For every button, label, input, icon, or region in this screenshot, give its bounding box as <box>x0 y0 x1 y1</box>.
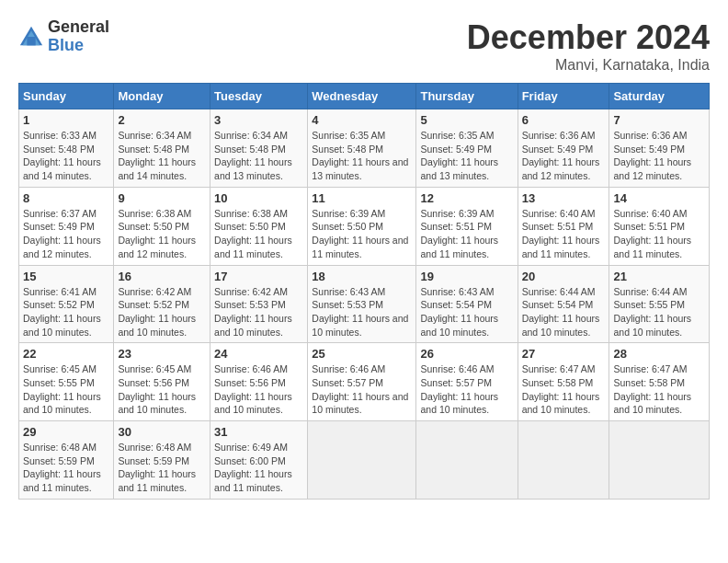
day-info: Sunrise: 6:48 AM Sunset: 5:59 PM Dayligh… <box>23 441 109 495</box>
calendar-cell: 26 Sunrise: 6:46 AM Sunset: 5:57 PM Dayl… <box>416 343 518 421</box>
col-wednesday: Wednesday <box>308 84 416 109</box>
col-thursday: Thursday <box>416 84 518 109</box>
day-info: Sunrise: 6:36 AM Sunset: 5:49 PM Dayligh… <box>522 129 606 183</box>
col-tuesday: Tuesday <box>210 84 308 109</box>
day-number: 4 <box>312 113 412 127</box>
title-block: December 2024 Manvi, Karnataka, India <box>467 18 710 74</box>
calendar-cell: 22 Sunrise: 6:45 AM Sunset: 5:55 PM Dayl… <box>19 343 114 421</box>
day-info: Sunrise: 6:47 AM Sunset: 5:58 PM Dayligh… <box>613 362 705 417</box>
day-number: 22 <box>23 347 109 361</box>
day-info: Sunrise: 6:46 AM Sunset: 5:57 PM Dayligh… <box>312 362 412 417</box>
month-title: December 2024 <box>467 18 710 57</box>
day-info: Sunrise: 6:37 AM Sunset: 5:49 PM Dayligh… <box>23 207 109 261</box>
calendar-cell: 3 Sunrise: 6:34 AM Sunset: 5:48 PM Dayli… <box>210 109 308 188</box>
page-header: General Blue December 2024 Manvi, Karnat… <box>18 18 710 74</box>
day-number: 6 <box>522 113 606 127</box>
calendar-week-row: 22 Sunrise: 6:45 AM Sunset: 5:55 PM Dayl… <box>19 343 710 421</box>
calendar-cell: 20 Sunrise: 6:44 AM Sunset: 5:54 PM Dayl… <box>518 265 609 343</box>
calendar-cell: 13 Sunrise: 6:40 AM Sunset: 5:51 PM Dayl… <box>518 187 609 265</box>
day-number: 2 <box>118 113 206 127</box>
day-info: Sunrise: 6:47 AM Sunset: 5:58 PM Dayligh… <box>522 362 606 417</box>
day-info: Sunrise: 6:43 AM Sunset: 5:53 PM Dayligh… <box>312 285 412 339</box>
day-info: Sunrise: 6:46 AM Sunset: 5:57 PM Dayligh… <box>420 362 513 417</box>
day-number: 11 <box>312 191 412 205</box>
calendar-cell: 2 Sunrise: 6:34 AM Sunset: 5:48 PM Dayli… <box>114 109 210 188</box>
day-number: 26 <box>420 347 513 361</box>
calendar-cell: 23 Sunrise: 6:45 AM Sunset: 5:56 PM Dayl… <box>114 343 210 421</box>
calendar-cell: 17 Sunrise: 6:42 AM Sunset: 5:53 PM Dayl… <box>210 265 308 343</box>
calendar-cell: 21 Sunrise: 6:44 AM Sunset: 5:55 PM Dayl… <box>609 265 710 343</box>
day-number: 21 <box>613 270 705 283</box>
day-info: Sunrise: 6:40 AM Sunset: 5:51 PM Dayligh… <box>613 207 705 261</box>
day-number: 5 <box>420 113 513 127</box>
calendar-cell: 28 Sunrise: 6:47 AM Sunset: 5:58 PM Dayl… <box>609 343 710 421</box>
day-number: 14 <box>613 191 705 205</box>
col-saturday: Saturday <box>609 84 710 109</box>
calendar-cell <box>609 421 710 500</box>
day-info: Sunrise: 6:43 AM Sunset: 5:54 PM Dayligh… <box>420 285 513 339</box>
calendar-cell: 5 Sunrise: 6:35 AM Sunset: 5:49 PM Dayli… <box>416 109 518 188</box>
day-number: 17 <box>214 270 303 283</box>
day-info: Sunrise: 6:33 AM Sunset: 5:48 PM Dayligh… <box>23 129 109 183</box>
day-number: 10 <box>214 191 303 205</box>
col-sunday: Sunday <box>19 84 114 109</box>
day-number: 30 <box>118 425 206 439</box>
day-number: 8 <box>23 191 109 205</box>
day-info: Sunrise: 6:42 AM Sunset: 5:52 PM Dayligh… <box>118 285 206 339</box>
day-info: Sunrise: 6:46 AM Sunset: 5:56 PM Dayligh… <box>214 362 303 417</box>
calendar-week-row: 29 Sunrise: 6:48 AM Sunset: 5:59 PM Dayl… <box>19 421 710 500</box>
calendar-cell: 10 Sunrise: 6:38 AM Sunset: 5:50 PM Dayl… <box>210 187 308 265</box>
calendar-cell: 25 Sunrise: 6:46 AM Sunset: 5:57 PM Dayl… <box>308 343 416 421</box>
day-number: 31 <box>214 425 303 439</box>
logo-blue-text: Blue <box>48 37 109 55</box>
day-number: 23 <box>118 347 206 361</box>
day-number: 15 <box>23 270 109 283</box>
logo-general-text: General <box>48 18 109 37</box>
calendar-cell: 16 Sunrise: 6:42 AM Sunset: 5:52 PM Dayl… <box>114 265 210 343</box>
day-info: Sunrise: 6:38 AM Sunset: 5:50 PM Dayligh… <box>118 207 206 261</box>
day-number: 16 <box>118 270 206 283</box>
day-info: Sunrise: 6:35 AM Sunset: 5:48 PM Dayligh… <box>312 129 412 183</box>
calendar-cell <box>518 421 609 500</box>
day-number: 7 <box>613 113 705 127</box>
calendar-cell: 4 Sunrise: 6:35 AM Sunset: 5:48 PM Dayli… <box>308 109 416 188</box>
day-number: 18 <box>312 270 412 283</box>
day-number: 19 <box>420 270 513 283</box>
svg-rect-2 <box>27 37 35 45</box>
calendar-week-row: 15 Sunrise: 6:41 AM Sunset: 5:52 PM Dayl… <box>19 265 710 343</box>
calendar-cell: 30 Sunrise: 6:48 AM Sunset: 5:59 PM Dayl… <box>114 421 210 500</box>
day-info: Sunrise: 6:34 AM Sunset: 5:48 PM Dayligh… <box>118 129 206 183</box>
logo-icon <box>18 24 44 50</box>
day-info: Sunrise: 6:39 AM Sunset: 5:50 PM Dayligh… <box>312 207 412 261</box>
calendar-cell: 31 Sunrise: 6:49 AM Sunset: 6:00 PM Dayl… <box>210 421 308 500</box>
day-number: 28 <box>613 347 705 361</box>
day-number: 25 <box>312 347 412 361</box>
logo-text: General Blue <box>48 18 109 55</box>
calendar-cell: 7 Sunrise: 6:36 AM Sunset: 5:49 PM Dayli… <box>609 109 710 188</box>
day-number: 20 <box>522 270 606 283</box>
calendar-cell: 11 Sunrise: 6:39 AM Sunset: 5:50 PM Dayl… <box>308 187 416 265</box>
day-info: Sunrise: 6:39 AM Sunset: 5:51 PM Dayligh… <box>420 207 513 261</box>
calendar-cell <box>416 421 518 500</box>
calendar-cell: 6 Sunrise: 6:36 AM Sunset: 5:49 PM Dayli… <box>518 109 609 188</box>
calendar-cell: 19 Sunrise: 6:43 AM Sunset: 5:54 PM Dayl… <box>416 265 518 343</box>
calendar-cell: 29 Sunrise: 6:48 AM Sunset: 5:59 PM Dayl… <box>19 421 114 500</box>
day-number: 24 <box>214 347 303 361</box>
day-number: 1 <box>23 113 109 127</box>
col-friday: Friday <box>518 84 609 109</box>
calendar-cell: 9 Sunrise: 6:38 AM Sunset: 5:50 PM Dayli… <box>114 187 210 265</box>
day-info: Sunrise: 6:34 AM Sunset: 5:48 PM Dayligh… <box>214 129 303 183</box>
calendar-cell: 15 Sunrise: 6:41 AM Sunset: 5:52 PM Dayl… <box>19 265 114 343</box>
col-monday: Monday <box>114 84 210 109</box>
day-number: 3 <box>214 113 303 127</box>
day-number: 9 <box>118 191 206 205</box>
calendar-cell: 12 Sunrise: 6:39 AM Sunset: 5:51 PM Dayl… <box>416 187 518 265</box>
calendar-cell: 27 Sunrise: 6:47 AM Sunset: 5:58 PM Dayl… <box>518 343 609 421</box>
day-info: Sunrise: 6:35 AM Sunset: 5:49 PM Dayligh… <box>420 129 513 183</box>
day-number: 29 <box>23 425 109 439</box>
day-info: Sunrise: 6:49 AM Sunset: 6:00 PM Dayligh… <box>214 441 303 495</box>
calendar-header-row: Sunday Monday Tuesday Wednesday Thursday… <box>19 84 710 109</box>
calendar-cell <box>308 421 416 500</box>
day-info: Sunrise: 6:41 AM Sunset: 5:52 PM Dayligh… <box>23 285 109 339</box>
calendar-cell: 24 Sunrise: 6:46 AM Sunset: 5:56 PM Dayl… <box>210 343 308 421</box>
